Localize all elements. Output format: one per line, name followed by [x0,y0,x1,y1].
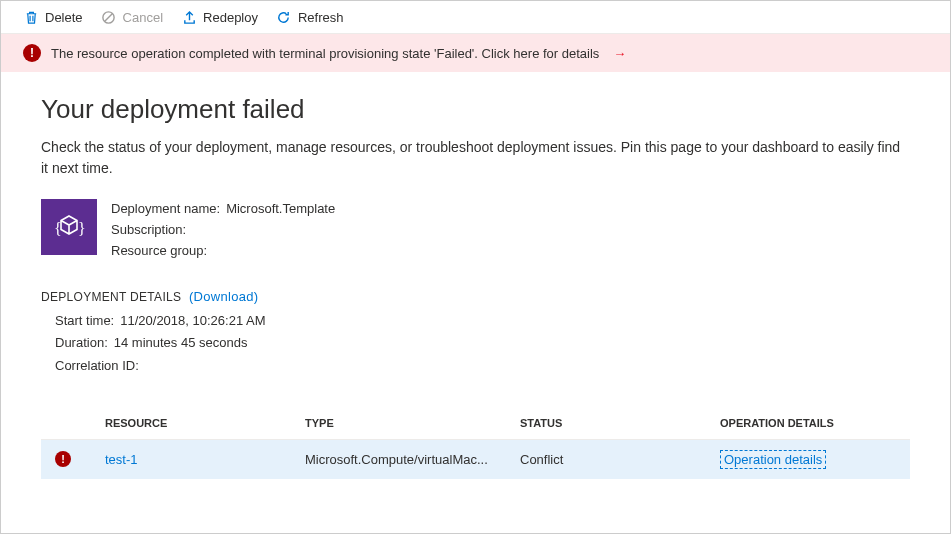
details-list: Start time: 11/20/2018, 10:26:21 AM Dura… [55,310,910,376]
summary-kvlist: Deployment name: Microsoft.Template Subs… [111,199,335,261]
upload-icon [181,9,197,25]
content-area: Your deployment failed Check the status … [1,72,950,479]
col-status: STATUS [520,417,720,429]
redeploy-button[interactable]: Redeploy [181,9,258,25]
details-header: DEPLOYMENT DETAILS (Download) [41,289,910,304]
refresh-icon [276,9,292,25]
resource-link[interactable]: test-1 [105,452,305,467]
col-type: TYPE [305,417,520,429]
summary-row: { } Deployment name: Microsoft.Template … [41,199,910,261]
cancel-icon [101,9,117,25]
redeploy-label: Redeploy [203,10,258,25]
refresh-button[interactable]: Refresh [276,9,344,25]
col-resource: RESOURCE [105,417,305,429]
delete-label: Delete [45,10,83,25]
template-cube-icon: { } [41,199,97,255]
page-title: Your deployment failed [41,94,910,125]
arrow-right-icon: → [613,46,626,61]
error-icon: ! [23,44,41,62]
status-cell: Conflict [520,452,720,467]
deployment-name-label: Deployment name: [111,199,220,220]
subscription-label: Subscription: [111,220,186,241]
table-header-row: RESOURCE TYPE STATUS OPERATION DETAILS [41,407,910,440]
deployment-name-value: Microsoft.Template [226,199,335,220]
details-header-text: DEPLOYMENT DETAILS [41,290,181,304]
svg-line-1 [105,13,113,21]
type-cell: Microsoft.Compute/virtualMac... [305,452,520,467]
svg-text:}: } [78,220,86,237]
error-status-icon: ! [55,451,71,467]
duration-label: Duration: [55,332,108,354]
cancel-button: Cancel [101,9,163,25]
operation-details-link[interactable]: Operation details [720,450,826,469]
col-operation-details: OPERATION DETAILS [720,417,910,429]
duration-value: 14 minutes 45 seconds [114,332,248,354]
row-status-cell: ! [55,451,105,467]
cancel-label: Cancel [123,10,163,25]
refresh-label: Refresh [298,10,344,25]
table-row[interactable]: ! test-1 Microsoft.Compute/virtualMac...… [41,440,910,479]
toolbar: Delete Cancel Redeploy Refresh [1,1,950,34]
alert-bar[interactable]: ! The resource operation completed with … [1,34,950,72]
download-link[interactable]: (Download) [189,289,258,304]
page-subtitle: Check the status of your deployment, man… [41,137,910,179]
correlation-label: Correlation ID: [55,355,139,377]
trash-icon [23,9,39,25]
start-time-value: 11/20/2018, 10:26:21 AM [120,310,265,332]
delete-button[interactable]: Delete [23,9,83,25]
start-time-label: Start time: [55,310,114,332]
resource-group-label: Resource group: [111,241,207,262]
deployment-details-section: DEPLOYMENT DETAILS (Download) Start time… [41,289,910,376]
alert-message: The resource operation completed with te… [51,46,599,61]
